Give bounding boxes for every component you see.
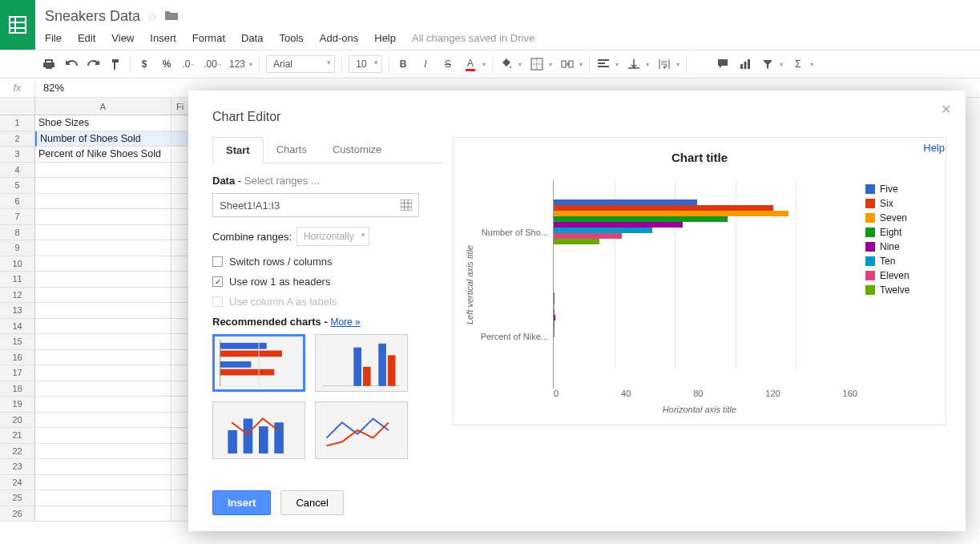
menu-view[interactable]: View	[111, 32, 134, 44]
row-number[interactable]: 17	[0, 365, 35, 381]
row-number[interactable]: 23	[0, 459, 35, 475]
redo-icon[interactable]	[87, 57, 101, 71]
cell[interactable]: Number of Shoes Sold	[35, 131, 171, 147]
cell[interactable]	[35, 428, 171, 444]
currency-icon[interactable]: $	[137, 57, 151, 71]
cell[interactable]	[35, 490, 171, 506]
row-number[interactable]: 11	[0, 272, 35, 288]
cell[interactable]	[35, 413, 171, 429]
col-head-a[interactable]: A	[35, 98, 171, 115]
link-icon[interactable]	[693, 57, 708, 71]
folder-icon[interactable]	[164, 9, 179, 24]
combine-select[interactable]: Horizontally	[296, 227, 369, 246]
thumb-combo[interactable]	[212, 401, 305, 459]
range-select-icon[interactable]	[401, 199, 412, 211]
increase-decimal-icon[interactable]: .00→	[204, 57, 222, 71]
cancel-button[interactable]: Cancel	[280, 490, 343, 515]
cell[interactable]	[35, 319, 171, 335]
doc-title[interactable]: Sneakers Data	[45, 8, 140, 25]
row-number[interactable]: 16	[0, 350, 35, 366]
menu-format[interactable]: Format	[192, 32, 225, 44]
close-icon[interactable]: ✕	[941, 102, 951, 117]
cell[interactable]	[35, 381, 171, 397]
filter-icon[interactable]	[760, 57, 775, 71]
font-select[interactable]: Arial	[266, 55, 335, 73]
cell[interactable]: Shoe Sizes	[35, 115, 171, 131]
undo-icon[interactable]	[64, 57, 79, 71]
strikethrough-icon[interactable]: S	[441, 57, 455, 71]
row-number[interactable]: 8	[0, 225, 35, 241]
cell[interactable]	[35, 194, 171, 210]
row-number[interactable]: 21	[0, 428, 35, 444]
thumb-line[interactable]	[315, 401, 408, 459]
paint-format-icon[interactable]	[109, 57, 123, 71]
range-input[interactable]: Sheet1!A1:I3	[212, 193, 419, 217]
font-size-select[interactable]: 10	[349, 55, 382, 73]
insert-button[interactable]: Insert	[212, 490, 271, 515]
row-number[interactable]: 24	[0, 475, 35, 491]
text-wrap-icon[interactable]	[657, 57, 671, 71]
cell[interactable]	[35, 272, 171, 288]
menu-data[interactable]: Data	[241, 32, 263, 44]
cell[interactable]	[35, 178, 171, 194]
cell[interactable]	[35, 365, 171, 381]
tab-charts[interactable]: Charts	[264, 137, 320, 163]
thumb-hbar[interactable]	[212, 334, 305, 392]
menu-edit[interactable]: Edit	[78, 32, 95, 44]
menu-tools[interactable]: Tools	[279, 32, 303, 44]
row-number[interactable]: 10	[0, 256, 35, 272]
functions-icon[interactable]: Σ	[791, 57, 805, 71]
more-link[interactable]: More »	[330, 316, 360, 328]
row-number[interactable]: 14	[0, 319, 35, 335]
align-horizontal-icon[interactable]	[596, 57, 611, 71]
row-number[interactable]: 13	[0, 303, 35, 319]
align-vertical-icon[interactable]	[627, 57, 641, 71]
row1-headers-checkbox[interactable]: ✓Use row 1 as headers	[212, 276, 442, 288]
row-number[interactable]: 12	[0, 288, 35, 304]
tab-customize[interactable]: Customize	[320, 137, 394, 163]
row-number[interactable]: 22	[0, 444, 35, 460]
switch-rows-checkbox[interactable]: Switch rows / columns	[212, 256, 442, 268]
row-number[interactable]: 26	[0, 506, 35, 522]
row-number[interactable]: 2	[0, 131, 35, 147]
row-number[interactable]: 18	[0, 381, 35, 397]
menu-insert[interactable]: Insert	[150, 32, 176, 44]
cell[interactable]	[35, 459, 171, 475]
cell[interactable]	[35, 397, 171, 413]
bold-icon[interactable]: B	[396, 57, 410, 71]
cell[interactable]	[35, 334, 171, 350]
corner-cell[interactable]	[0, 98, 35, 115]
row-number[interactable]: 19	[0, 397, 35, 413]
row-number[interactable]: 6	[0, 194, 35, 210]
format-number-icon[interactable]: 123	[230, 57, 244, 71]
menu-help[interactable]: Help	[374, 32, 396, 44]
cell[interactable]	[35, 240, 171, 256]
row-number[interactable]: 9	[0, 240, 35, 256]
row-number[interactable]: 3	[0, 147, 35, 163]
decrease-decimal-icon[interactable]: .0←	[182, 57, 196, 71]
star-icon[interactable]: ☆	[147, 9, 158, 24]
cell[interactable]	[35, 350, 171, 366]
print-icon[interactable]	[42, 57, 56, 71]
row-number[interactable]: 5	[0, 178, 35, 194]
thumb-vbar[interactable]	[315, 334, 408, 392]
menu-file[interactable]: File	[45, 32, 62, 44]
italic-icon[interactable]: I	[418, 57, 433, 71]
row-number[interactable]: 15	[0, 334, 35, 350]
row-number[interactable]: 25	[0, 490, 35, 506]
cell[interactable]	[35, 163, 171, 179]
cell[interactable]	[35, 506, 171, 522]
cell[interactable]	[35, 225, 171, 241]
cell[interactable]	[35, 209, 171, 225]
cell[interactable]	[35, 444, 171, 460]
fill-color-icon[interactable]	[499, 57, 514, 71]
menu-addons[interactable]: Add-ons	[320, 32, 358, 44]
sheets-logo[interactable]	[0, 0, 35, 50]
fx-value[interactable]: 82%	[35, 82, 72, 94]
merge-cells-icon[interactable]	[560, 57, 575, 71]
borders-icon[interactable]	[530, 57, 544, 71]
row-number[interactable]: 7	[0, 209, 35, 225]
row-number[interactable]: 20	[0, 413, 35, 429]
cell[interactable]	[35, 475, 171, 491]
tab-start[interactable]: Start	[212, 137, 264, 163]
